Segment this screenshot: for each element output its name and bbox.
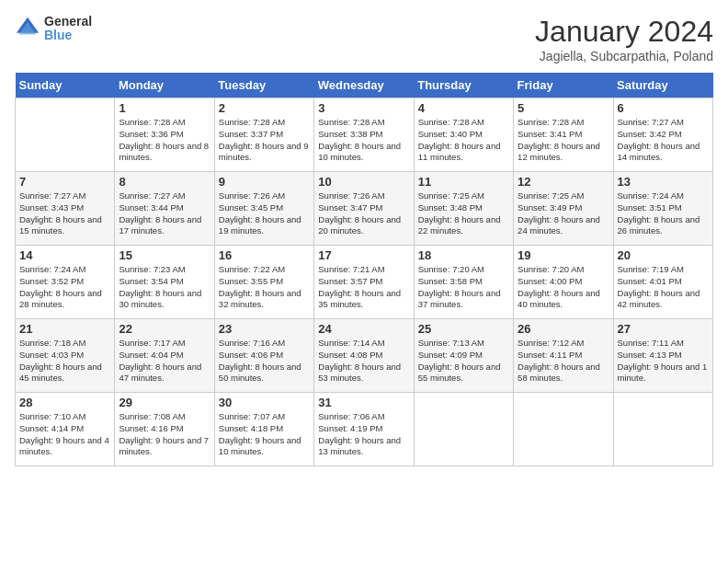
- weekday-header: Tuesday: [214, 73, 313, 98]
- day-info: Sunrise: 7:19 AM Sunset: 4:01 PM Dayligh…: [618, 264, 709, 311]
- calendar-cell: 12Sunrise: 7:25 AM Sunset: 3:49 PM Dayli…: [514, 172, 613, 246]
- calendar-cell: 6Sunrise: 7:27 AM Sunset: 3:42 PM Daylig…: [613, 98, 712, 172]
- calendar-week-row: 28Sunrise: 7:10 AM Sunset: 4:14 PM Dayli…: [16, 393, 713, 466]
- calendar-week-row: 14Sunrise: 7:24 AM Sunset: 3:52 PM Dayli…: [16, 246, 713, 319]
- day-info: Sunrise: 7:22 AM Sunset: 3:55 PM Dayligh…: [219, 264, 310, 311]
- calendar-cell: 25Sunrise: 7:13 AM Sunset: 4:09 PM Dayli…: [414, 319, 513, 393]
- calendar-cell: 18Sunrise: 7:20 AM Sunset: 3:58 PM Dayli…: [414, 246, 513, 319]
- calendar-cell: 27Sunrise: 7:11 AM Sunset: 4:13 PM Dayli…: [613, 319, 712, 393]
- day-number: 24: [318, 322, 409, 336]
- day-number: 4: [418, 101, 509, 115]
- day-number: 6: [618, 101, 709, 115]
- day-info: Sunrise: 7:11 AM Sunset: 4:13 PM Dayligh…: [618, 338, 709, 385]
- weekday-header: Sunday: [16, 73, 115, 98]
- title-section: January 2024 Jagiella, Subcarpathia, Pol…: [535, 15, 713, 63]
- logo-line1: General: [44, 15, 92, 29]
- calendar-cell: 7Sunrise: 7:27 AM Sunset: 3:43 PM Daylig…: [16, 172, 115, 246]
- day-number: 1: [119, 101, 210, 115]
- calendar-cell: 11Sunrise: 7:25 AM Sunset: 3:48 PM Dayli…: [414, 172, 513, 246]
- day-number: 16: [219, 248, 310, 262]
- day-number: 10: [318, 175, 409, 189]
- page-container: General Blue January 2024 Jagiella, Subc…: [0, 0, 728, 474]
- day-info: Sunrise: 7:13 AM Sunset: 4:09 PM Dayligh…: [418, 338, 509, 385]
- logo-text: General Blue: [44, 15, 92, 43]
- day-number: 13: [618, 175, 709, 189]
- logo-icon: [15, 16, 40, 41]
- day-info: Sunrise: 7:20 AM Sunset: 3:58 PM Dayligh…: [418, 264, 509, 311]
- calendar-cell: [414, 393, 513, 466]
- day-info: Sunrise: 7:18 AM Sunset: 4:03 PM Dayligh…: [19, 338, 110, 385]
- day-number: 20: [618, 248, 709, 262]
- day-number: 17: [318, 248, 409, 262]
- calendar-cell: 13Sunrise: 7:24 AM Sunset: 3:51 PM Dayli…: [613, 172, 712, 246]
- calendar-cell: 26Sunrise: 7:12 AM Sunset: 4:11 PM Dayli…: [514, 319, 613, 393]
- calendar-cell: 14Sunrise: 7:24 AM Sunset: 3:52 PM Dayli…: [16, 246, 115, 319]
- day-number: 5: [518, 101, 609, 115]
- day-info: Sunrise: 7:27 AM Sunset: 3:44 PM Dayligh…: [119, 190, 210, 237]
- calendar-cell: 22Sunrise: 7:17 AM Sunset: 4:04 PM Dayli…: [115, 319, 214, 393]
- calendar-cell: [16, 98, 115, 172]
- calendar-cell: 31Sunrise: 7:06 AM Sunset: 4:19 PM Dayli…: [314, 393, 414, 466]
- day-number: 30: [219, 396, 310, 409]
- weekday-header: Friday: [514, 73, 613, 98]
- calendar-cell: 29Sunrise: 7:08 AM Sunset: 4:16 PM Dayli…: [115, 393, 214, 466]
- calendar-cell: 15Sunrise: 7:23 AM Sunset: 3:54 PM Dayli…: [115, 246, 214, 319]
- day-info: Sunrise: 7:27 AM Sunset: 3:43 PM Dayligh…: [19, 190, 110, 237]
- day-number: 3: [318, 101, 409, 115]
- calendar-cell: 10Sunrise: 7:26 AM Sunset: 3:47 PM Dayli…: [314, 172, 414, 246]
- day-info: Sunrise: 7:14 AM Sunset: 4:08 PM Dayligh…: [318, 338, 409, 385]
- weekday-header: Wednesday: [314, 73, 414, 98]
- calendar-header-row: SundayMondayTuesdayWednesdayThursdayFrid…: [16, 73, 713, 98]
- day-number: 14: [19, 248, 110, 262]
- logo-line2: Blue: [44, 29, 92, 42]
- day-number: 26: [518, 322, 609, 336]
- day-number: 2: [219, 101, 310, 115]
- day-number: 9: [219, 175, 310, 189]
- day-info: Sunrise: 7:28 AM Sunset: 3:40 PM Dayligh…: [418, 117, 509, 164]
- weekday-header: Thursday: [414, 73, 513, 98]
- calendar-cell: 23Sunrise: 7:16 AM Sunset: 4:06 PM Dayli…: [214, 319, 313, 393]
- calendar-table: SundayMondayTuesdayWednesdayThursdayFrid…: [15, 73, 713, 466]
- day-number: 31: [318, 396, 409, 409]
- day-number: 29: [119, 396, 210, 409]
- calendar-cell: 2Sunrise: 7:28 AM Sunset: 3:37 PM Daylig…: [214, 98, 313, 172]
- calendar-cell: [613, 393, 712, 466]
- day-info: Sunrise: 7:24 AM Sunset: 3:51 PM Dayligh…: [618, 190, 709, 237]
- calendar-cell: 4Sunrise: 7:28 AM Sunset: 3:40 PM Daylig…: [414, 98, 513, 172]
- day-number: 27: [618, 322, 709, 336]
- calendar-week-row: 1Sunrise: 7:28 AM Sunset: 3:36 PM Daylig…: [16, 98, 713, 172]
- calendar-cell: 21Sunrise: 7:18 AM Sunset: 4:03 PM Dayli…: [16, 319, 115, 393]
- day-info: Sunrise: 7:08 AM Sunset: 4:16 PM Dayligh…: [119, 411, 210, 458]
- day-number: 21: [19, 322, 110, 336]
- calendar-cell: 8Sunrise: 7:27 AM Sunset: 3:44 PM Daylig…: [115, 172, 214, 246]
- calendar-cell: 1Sunrise: 7:28 AM Sunset: 3:36 PM Daylig…: [115, 98, 214, 172]
- day-number: 19: [518, 248, 609, 262]
- day-info: Sunrise: 7:26 AM Sunset: 3:47 PM Dayligh…: [318, 190, 409, 237]
- day-info: Sunrise: 7:28 AM Sunset: 3:38 PM Dayligh…: [318, 117, 409, 164]
- page-header: General Blue January 2024 Jagiella, Subc…: [15, 15, 713, 63]
- day-number: 22: [119, 322, 210, 336]
- day-info: Sunrise: 7:06 AM Sunset: 4:19 PM Dayligh…: [318, 411, 409, 458]
- day-number: 11: [418, 175, 509, 189]
- calendar-cell: [514, 393, 613, 466]
- main-title: January 2024: [535, 15, 713, 49]
- day-info: Sunrise: 7:25 AM Sunset: 3:48 PM Dayligh…: [418, 190, 509, 237]
- day-info: Sunrise: 7:23 AM Sunset: 3:54 PM Dayligh…: [119, 264, 210, 311]
- weekday-header: Monday: [115, 73, 214, 98]
- day-number: 12: [518, 175, 609, 189]
- calendar-cell: 16Sunrise: 7:22 AM Sunset: 3:55 PM Dayli…: [214, 246, 313, 319]
- day-info: Sunrise: 7:25 AM Sunset: 3:49 PM Dayligh…: [518, 190, 609, 237]
- day-number: 8: [119, 175, 210, 189]
- day-info: Sunrise: 7:17 AM Sunset: 4:04 PM Dayligh…: [119, 338, 210, 385]
- calendar-cell: 28Sunrise: 7:10 AM Sunset: 4:14 PM Dayli…: [16, 393, 115, 466]
- day-info: Sunrise: 7:12 AM Sunset: 4:11 PM Dayligh…: [518, 338, 609, 385]
- weekday-header: Saturday: [613, 73, 712, 98]
- day-info: Sunrise: 7:26 AM Sunset: 3:45 PM Dayligh…: [219, 190, 310, 237]
- day-info: Sunrise: 7:27 AM Sunset: 3:42 PM Dayligh…: [618, 117, 709, 164]
- subtitle: Jagiella, Subcarpathia, Poland: [535, 49, 713, 63]
- day-info: Sunrise: 7:28 AM Sunset: 3:41 PM Dayligh…: [518, 117, 609, 164]
- calendar-cell: 17Sunrise: 7:21 AM Sunset: 3:57 PM Dayli…: [314, 246, 414, 319]
- day-info: Sunrise: 7:10 AM Sunset: 4:14 PM Dayligh…: [19, 411, 110, 458]
- day-number: 25: [418, 322, 509, 336]
- calendar-cell: 19Sunrise: 7:20 AM Sunset: 4:00 PM Dayli…: [514, 246, 613, 319]
